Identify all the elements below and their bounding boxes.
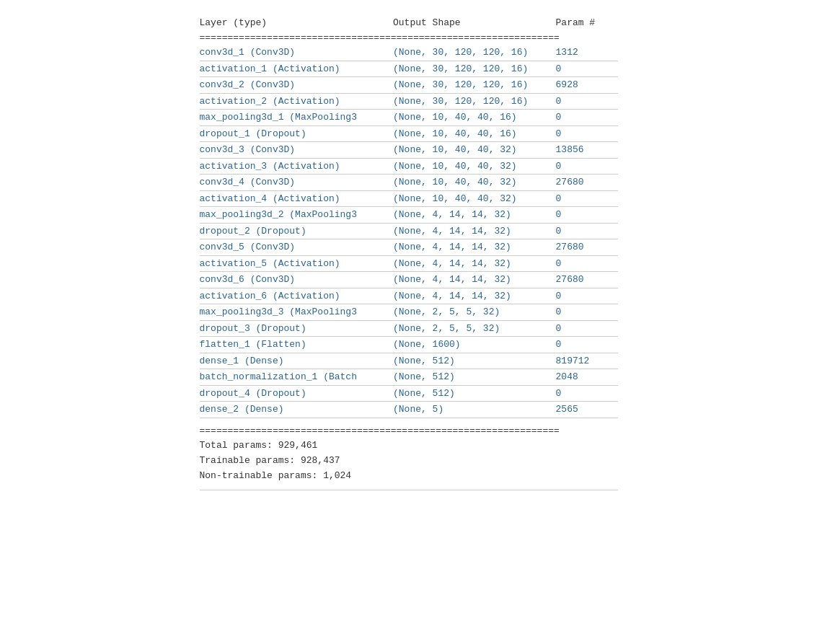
cell-output: (None, 4, 14, 14, 32) xyxy=(393,272,556,288)
cell-layer: dropout_1 (Dropout) xyxy=(200,125,394,141)
cell-params: 0 xyxy=(556,158,618,174)
cell-layer: flatten_1 (Flatten) xyxy=(200,337,394,353)
table-row: conv3d_2 (Conv3D)(None, 30, 120, 120, 16… xyxy=(200,77,618,93)
cell-output: (None, 10, 40, 40, 16) xyxy=(393,125,556,141)
cell-params: 0 xyxy=(556,304,618,320)
cell-layer: dropout_2 (Dropout) xyxy=(200,223,394,239)
cell-params: 27680 xyxy=(556,272,618,288)
cell-output: (None, 5) xyxy=(393,402,556,418)
cell-params: 1312 xyxy=(556,45,618,60)
table-row: max_pooling3d_1 (MaxPooling3(None, 10, 4… xyxy=(200,110,618,125)
cell-params: 0 xyxy=(556,110,618,125)
cell-params: 0 xyxy=(556,288,618,304)
table-row: activation_6 (Activation)(None, 4, 14, 1… xyxy=(200,288,618,304)
trainable-params: Trainable params: 928,437 xyxy=(200,454,618,469)
table-row: conv3d_1 (Conv3D)(None, 30, 120, 120, 16… xyxy=(200,45,618,60)
table-row: max_pooling3d_2 (MaxPooling3(None, 4, 14… xyxy=(200,207,618,223)
cell-layer: conv3d_1 (Conv3D) xyxy=(200,45,394,60)
cell-layer: activation_2 (Activation) xyxy=(200,93,394,109)
cell-layer: dense_1 (Dense) xyxy=(200,353,394,369)
cell-layer: dropout_4 (Dropout) xyxy=(200,385,394,401)
cell-params: 0 xyxy=(556,385,618,401)
cell-params: 27680 xyxy=(556,175,618,190)
cell-output: (None, 30, 120, 120, 16) xyxy=(393,45,556,60)
header-params: Param # xyxy=(556,14,618,31)
cell-output: (None, 30, 120, 120, 16) xyxy=(393,93,556,109)
table-row: activation_1 (Activation)(None, 30, 120,… xyxy=(200,61,618,76)
cell-params: 0 xyxy=(556,93,618,109)
cell-params: 2048 xyxy=(556,369,618,385)
cell-params: 27680 xyxy=(556,239,618,255)
model-summary: Layer (type) Output Shape Param # ======… xyxy=(200,14,618,490)
cell-layer: dropout_3 (Dropout) xyxy=(200,320,394,336)
cell-layer: activation_6 (Activation) xyxy=(200,288,394,304)
cell-params: 0 xyxy=(556,255,618,271)
cell-output: (None, 10, 40, 40, 16) xyxy=(393,110,556,125)
summary-table: Layer (type) Output Shape Param # ======… xyxy=(200,14,618,418)
cell-params: 819712 xyxy=(556,353,618,369)
cell-output: (None, 10, 40, 40, 32) xyxy=(393,158,556,174)
cell-layer: dense_2 (Dense) xyxy=(200,402,394,418)
separator-bottom: ========================================… xyxy=(200,424,618,439)
footer-section: ========================================… xyxy=(200,424,618,484)
cell-output: (None, 4, 14, 14, 32) xyxy=(393,207,556,223)
table-row: activation_5 (Activation)(None, 4, 14, 1… xyxy=(200,255,618,271)
table-row: dropout_3 (Dropout)(None, 2, 5, 5, 32)0 xyxy=(200,320,618,336)
table-row: dropout_2 (Dropout)(None, 4, 14, 14, 32)… xyxy=(200,223,618,239)
cell-layer: conv3d_5 (Conv3D) xyxy=(200,239,394,255)
cell-layer: activation_3 (Activation) xyxy=(200,158,394,174)
cell-output: (None, 2, 5, 5, 32) xyxy=(393,320,556,336)
cell-output: (None, 4, 14, 14, 32) xyxy=(393,223,556,239)
table-row: dropout_1 (Dropout)(None, 10, 40, 40, 16… xyxy=(200,125,618,141)
table-row: flatten_1 (Flatten)(None, 1600)0 xyxy=(200,337,618,353)
row-divider xyxy=(200,417,618,418)
table-row: conv3d_5 (Conv3D)(None, 4, 14, 14, 32)27… xyxy=(200,239,618,255)
cell-output: (None, 10, 40, 40, 32) xyxy=(393,175,556,190)
top-separator: ========================================… xyxy=(200,31,618,45)
cell-layer: activation_4 (Activation) xyxy=(200,190,394,206)
table-row: activation_2 (Activation)(None, 30, 120,… xyxy=(200,93,618,109)
non-trainable-params: Non-trainable params: 1,024 xyxy=(200,469,618,484)
cell-layer: activation_1 (Activation) xyxy=(200,61,394,76)
cell-params: 0 xyxy=(556,207,618,223)
cell-params: 0 xyxy=(556,320,618,336)
table-row: activation_3 (Activation)(None, 10, 40, … xyxy=(200,158,618,174)
cell-params: 0 xyxy=(556,61,618,76)
header-layer: Layer (type) xyxy=(200,14,394,31)
cell-params: 0 xyxy=(556,337,618,353)
cell-layer: max_pooling3d_3 (MaxPooling3 xyxy=(200,304,394,320)
table-row: conv3d_4 (Conv3D)(None, 10, 40, 40, 32)2… xyxy=(200,175,618,190)
cell-output: (None, 4, 14, 14, 32) xyxy=(393,288,556,304)
cell-output: (None, 4, 14, 14, 32) xyxy=(393,255,556,271)
cell-layer: activation_5 (Activation) xyxy=(200,255,394,271)
cell-layer: max_pooling3d_2 (MaxPooling3 xyxy=(200,207,394,223)
cell-output: (None, 512) xyxy=(393,369,556,385)
bottom-divider xyxy=(200,490,618,490)
cell-params: 13856 xyxy=(556,142,618,158)
cell-layer: batch_normalization_1 (Batch xyxy=(200,369,394,385)
cell-layer: conv3d_3 (Conv3D) xyxy=(200,142,394,158)
table-row: dense_2 (Dense)(None, 5)2565 xyxy=(200,402,618,418)
table-row: activation_4 (Activation)(None, 10, 40, … xyxy=(200,190,618,206)
cell-output: (None, 10, 40, 40, 32) xyxy=(393,142,556,158)
table-header-row: Layer (type) Output Shape Param # xyxy=(200,14,618,31)
cell-output: (None, 10, 40, 40, 32) xyxy=(393,190,556,206)
cell-params: 2565 xyxy=(556,402,618,418)
cell-output: (None, 30, 120, 120, 16) xyxy=(393,77,556,93)
cell-params: 0 xyxy=(556,223,618,239)
table-row: conv3d_6 (Conv3D)(None, 4, 14, 14, 32)27… xyxy=(200,272,618,288)
cell-output: (None, 512) xyxy=(393,385,556,401)
cell-output: (None, 2, 5, 5, 32) xyxy=(393,304,556,320)
table-row: dropout_4 (Dropout)(None, 512)0 xyxy=(200,385,618,401)
cell-output: (None, 4, 14, 14, 32) xyxy=(393,239,556,255)
cell-layer: conv3d_2 (Conv3D) xyxy=(200,77,394,93)
cell-output: (None, 30, 120, 120, 16) xyxy=(393,61,556,76)
header-output: Output Shape xyxy=(393,14,556,31)
cell-params: 0 xyxy=(556,190,618,206)
cell-output: (None, 512) xyxy=(393,353,556,369)
cell-layer: conv3d_4 (Conv3D) xyxy=(200,175,394,190)
cell-layer: max_pooling3d_1 (MaxPooling3 xyxy=(200,110,394,125)
table-row: dense_1 (Dense)(None, 512)819712 xyxy=(200,353,618,369)
cell-output: (None, 1600) xyxy=(393,337,556,353)
cell-params: 0 xyxy=(556,125,618,141)
